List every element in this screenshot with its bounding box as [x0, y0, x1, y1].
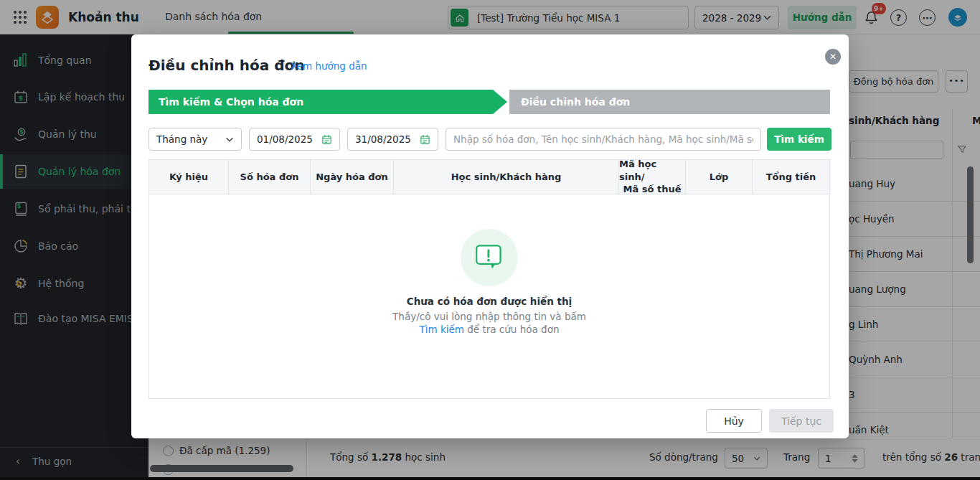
empty-state: Chưa có hóa đơn được hiển thị Thầy/cô vu…	[149, 194, 829, 336]
view-guide-link[interactable]: Xem hướng dẫn	[291, 60, 367, 72]
calendar-icon	[321, 134, 332, 145]
chevron-down-icon	[225, 137, 234, 142]
calendar-icon	[420, 134, 430, 145]
search-button[interactable]: Tìm kiếm	[767, 128, 831, 151]
col-ma-hoc-sinh: Mã học sinh/Mã số thuế	[619, 160, 686, 194]
period-select[interactable]: Tháng này	[149, 128, 242, 151]
date-from-input[interactable]: 01/08/2025	[249, 128, 340, 151]
modal-title: Điều chỉnh hóa đơn	[149, 57, 305, 74]
modal-footer: Hủy Tiếp tục	[706, 409, 834, 433]
wizard-step-2[interactable]: Điều chỉnh hóa đơn	[509, 90, 830, 114]
cancel-button[interactable]: Hủy	[706, 409, 762, 433]
adjust-invoice-modal: ✕ Điều chỉnh hóa đơn Xem hướng dẫn Tìm k…	[131, 34, 849, 438]
date-to-input[interactable]: 31/08/2025	[347, 128, 438, 151]
invoice-table: Ký hiệu Số hóa đơn Ngày hóa đơn Học sinh…	[149, 159, 830, 399]
empty-state-hint: Thầy/cô vui lòng nhập thông tin và bấm T…	[392, 311, 586, 336]
empty-state-search-link[interactable]: Tìm kiếm	[420, 324, 464, 335]
col-tong-tien: Tổng tiền	[753, 160, 829, 194]
close-icon[interactable]: ✕	[825, 49, 841, 65]
col-hoc-sinh-khach-hang: Học sinh/Khách hàng	[394, 160, 619, 194]
search-input[interactable]	[446, 128, 761, 151]
invoice-table-header: Ký hiệu Số hóa đơn Ngày hóa đơn Học sinh…	[149, 160, 829, 194]
continue-button[interactable]: Tiếp tục	[769, 409, 834, 433]
col-ky-hieu: Ký hiệu	[149, 160, 229, 194]
col-lop: Lớp	[686, 160, 753, 194]
col-ngay-hoa-don: Ngày hóa đơn	[311, 160, 394, 194]
empty-state-title: Chưa có hóa đơn được hiển thị	[407, 296, 573, 307]
wizard-step-1[interactable]: Tìm kiếm & Chọn hóa đơn	[149, 90, 507, 114]
empty-state-bubble-icon	[461, 229, 518, 286]
col-so-hoa-don: Số hóa đơn	[229, 160, 311, 194]
